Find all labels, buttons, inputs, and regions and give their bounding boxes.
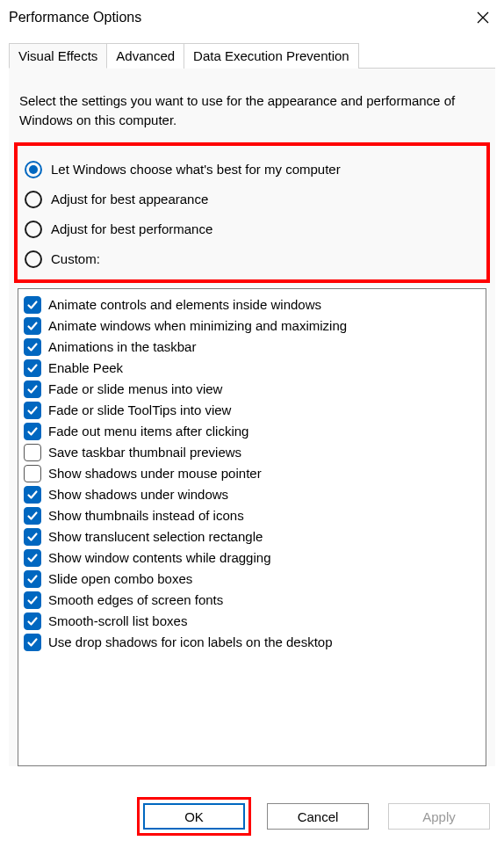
check-row[interactable]: Show thumbnails instead of icons [24, 505, 480, 526]
check-label: Use drop shadows for icon labels on the … [48, 634, 333, 649]
check-label: Show shadows under mouse pointer [48, 466, 262, 481]
check-row[interactable]: Animate controls and elements inside win… [24, 294, 480, 315]
check-label: Fade or slide ToolTips into view [48, 402, 231, 417]
check-label: Show window contents while dragging [48, 550, 270, 565]
check-label: Show thumbnails instead of icons [48, 508, 244, 523]
cancel-button[interactable]: Cancel [267, 803, 369, 830]
radio-custom[interactable]: Custom: [25, 244, 479, 274]
checkbox-icon [24, 549, 41, 567]
check-row[interactable]: Enable Peek [24, 358, 480, 379]
checkbox-icon [24, 317, 41, 335]
checkbox-icon [24, 296, 41, 314]
tab-visual-effects[interactable]: Visual Effects [9, 43, 107, 69]
checkbox-icon [24, 634, 41, 651]
apply-button: Apply [388, 803, 490, 830]
check-row[interactable]: Show shadows under windows [24, 484, 480, 505]
radio-icon [25, 161, 42, 178]
check-label: Animate controls and elements inside win… [48, 297, 321, 312]
checkbox-icon [24, 612, 41, 630]
radio-best-appearance[interactable]: Adjust for best appearance [25, 185, 479, 214]
check-row[interactable]: Use drop shadows for icon labels on the … [24, 632, 480, 653]
check-row[interactable]: Fade or slide ToolTips into view [24, 400, 480, 421]
radio-label: Adjust for best appearance [51, 192, 208, 207]
check-label: Smooth-scroll list boxes [48, 613, 187, 628]
check-row[interactable]: Smooth-scroll list boxes [24, 611, 480, 632]
radio-icon [25, 250, 42, 268]
checkbox-icon [24, 507, 41, 525]
checkbox-icon [24, 528, 41, 546]
check-row[interactable]: Animations in the taskbar [24, 337, 480, 358]
window-title: Performance Options [9, 10, 141, 25]
check-row[interactable]: Fade or slide menus into view [24, 379, 480, 400]
tab-strip: Visual Effects Advanced Data Execution P… [9, 42, 495, 69]
tab-advanced[interactable]: Advanced [107, 43, 184, 69]
checkbox-icon [24, 402, 41, 419]
close-icon [477, 11, 489, 24]
intro-text: Select the settings you want to use for … [9, 69, 495, 142]
check-row[interactable]: Show window contents while dragging [24, 547, 480, 569]
effects-checklist[interactable]: Animate controls and elements inside win… [18, 288, 486, 766]
highlight-radio-group: Let Windows choose what's best for my co… [14, 142, 490, 283]
radio-label: Custom: [51, 251, 100, 266]
check-label: Fade out menu items after clicking [48, 424, 248, 438]
check-row[interactable]: Animate windows when minimizing and maxi… [24, 315, 480, 337]
check-label: Show translucent selection rectangle [48, 529, 263, 544]
checkbox-icon [24, 338, 41, 356]
checkbox-icon [24, 465, 41, 482]
check-label: Smooth edges of screen fonts [48, 592, 223, 607]
visual-effects-panel: Select the settings you want to use for … [9, 69, 495, 766]
highlight-ok-button: OK [137, 797, 251, 836]
checkbox-icon [24, 570, 41, 588]
radio-icon [25, 191, 42, 208]
check-label: Fade or slide menus into view [48, 381, 222, 396]
radio-let-windows[interactable]: Let Windows choose what's best for my co… [25, 155, 479, 185]
check-row[interactable]: Slide open combo boxes [24, 569, 480, 590]
ok-button[interactable]: OK [143, 803, 245, 830]
check-label: Save taskbar thumbnail previews [48, 445, 241, 460]
check-label: Animate windows when minimizing and maxi… [48, 318, 347, 333]
close-button[interactable] [472, 7, 493, 28]
checkbox-icon [24, 444, 41, 461]
checkbox-icon [24, 381, 41, 398]
check-label: Slide open combo boxes [48, 571, 192, 586]
radio-label: Let Windows choose what's best for my co… [51, 162, 341, 177]
radio-best-performance[interactable]: Adjust for best performance [25, 214, 479, 244]
radio-icon [25, 221, 42, 238]
check-row[interactable]: Show translucent selection rectangle [24, 526, 480, 547]
checkbox-icon [24, 486, 41, 504]
checkbox-icon [24, 591, 41, 609]
check-row[interactable]: Save taskbar thumbnail previews [24, 442, 480, 463]
check-label: Show shadows under windows [48, 487, 228, 502]
checkbox-icon [24, 359, 41, 377]
radio-label: Adjust for best performance [51, 221, 212, 236]
check-row[interactable]: Fade out menu items after clicking [24, 421, 480, 442]
check-row[interactable]: Smooth edges of screen fonts [24, 590, 480, 611]
check-label: Animations in the taskbar [48, 339, 196, 354]
check-row[interactable]: Show shadows under mouse pointer [24, 463, 480, 484]
checkbox-icon [24, 423, 41, 440]
tab-dep[interactable]: Data Execution Prevention [184, 43, 359, 69]
check-label: Enable Peek [48, 360, 123, 375]
